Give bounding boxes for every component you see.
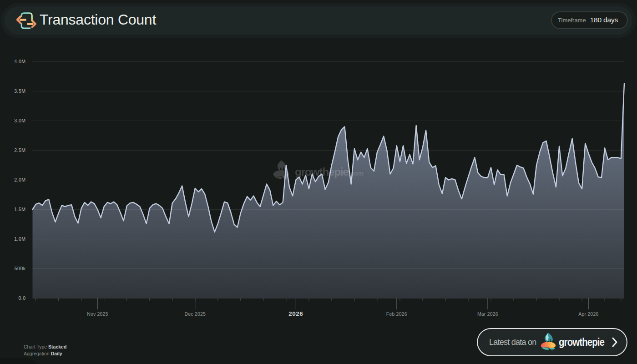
svg-text:1.0M: 1.0M (14, 236, 25, 242)
svg-text:500k: 500k (15, 266, 26, 271)
svg-text:4.0M: 4.0M (14, 59, 25, 64)
svg-text:2026: 2026 (288, 310, 303, 317)
svg-text:2.5M: 2.5M (14, 147, 25, 153)
svg-text:3.0M: 3.0M (14, 118, 25, 123)
svg-text:Nov 2025: Nov 2025 (87, 311, 108, 317)
svg-text:Dec 2025: Dec 2025 (184, 311, 206, 317)
svg-text:Feb 2026: Feb 2026 (386, 311, 407, 317)
svg-text:1.5M: 1.5M (14, 207, 25, 212)
svg-text:.com: .com (349, 170, 364, 177)
svg-text:0.0: 0.0 (18, 295, 25, 301)
svg-text:2.0M: 2.0M (14, 177, 25, 182)
svg-text:Mar 2026: Mar 2026 (477, 311, 498, 317)
svg-text:3.5M: 3.5M (14, 88, 25, 94)
svg-text:Apr 2026: Apr 2026 (578, 311, 598, 317)
